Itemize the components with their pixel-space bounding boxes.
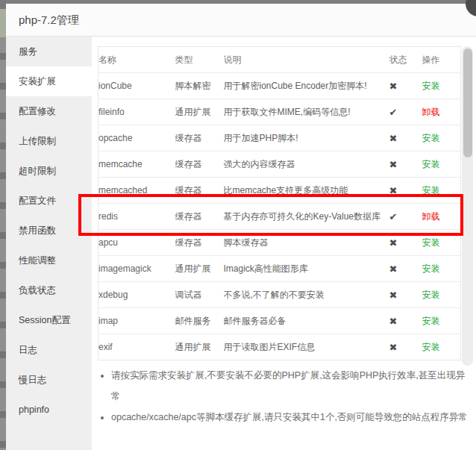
column-header-type: 类型 <box>175 47 224 73</box>
ext-name: exif <box>98 334 175 360</box>
backdrop-fragment-green <box>0 9 6 37</box>
ext-type: 邮件服务 <box>175 308 224 334</box>
install-link[interactable]: 安装 <box>422 159 440 169</box>
table-row: apcu 缓存器 脚本缓存器 ✖ 安装 <box>98 230 461 256</box>
table-row: memcache 缓存器 强大的内容缓存器 ✖ 安装 <box>98 151 461 178</box>
php-manage-dialog: php-7.2管理 服务 安装扩展 配置修改 上传限制 超时限制 配置文件 禁用… <box>6 4 476 450</box>
ext-name: xdebug <box>98 282 175 308</box>
ext-description: 强大的内容缓存器 <box>224 151 389 178</box>
table-row: xdebug 调试器 不多说,不了解的不要安装 ✖ 安装 <box>98 282 461 308</box>
ext-name: opcache <box>98 125 175 151</box>
notes-section: 请按实际需求安装扩展,不要安装不必要的PHP扩展,这会影响PHP执行效率,甚至出… <box>98 365 472 428</box>
ext-description: 比memcache支持更多高级功能 <box>224 178 389 204</box>
sidebar-item-performance-tuning[interactable]: 性能调整 <box>6 246 92 275</box>
status-installed-icon: ✔ <box>389 204 422 230</box>
ext-name: ionCube <box>98 73 175 99</box>
ext-type: 缓存器 <box>175 125 224 151</box>
status-not-installed-icon: ✖ <box>389 125 422 151</box>
status-not-installed-icon: ✖ <box>389 178 422 204</box>
table-row: imagemagick 通用扩展 Imagick高性能图形库 ✖ 安装 <box>98 256 461 282</box>
table-row: opcache 缓存器 用于加速PHP脚本! ✖ 安装 <box>98 125 461 151</box>
ext-description: 基于内存亦可持久化的Key-Value数据库 <box>224 204 389 230</box>
sidebar-item-session-config[interactable]: Session配置 <box>6 305 92 335</box>
ext-name: apcu <box>98 230 175 256</box>
ext-type: 缓存器 <box>175 151 224 178</box>
status-not-installed-icon: ✖ <box>389 308 422 334</box>
column-header-action: 操作 <box>422 47 461 73</box>
uninstall-link[interactable]: 卸载 <box>422 107 440 117</box>
sidebar-item-config-modify[interactable]: 配置修改 <box>6 96 92 126</box>
ext-description: 用于解密ionCube Encoder加密脚本! <box>224 73 389 99</box>
table-row: fileinfo 通用扩展 用于获取文件MIME,编码等信息! ✔ 卸载 <box>98 99 461 125</box>
install-link[interactable]: 安装 <box>422 342 440 352</box>
ext-type: 缓存器 <box>175 204 224 230</box>
sidebar-item-services[interactable]: 服务 <box>6 37 92 66</box>
table-row: ionCube 脚本解密 用于解密ionCube Encoder加密脚本! ✖ … <box>98 73 461 99</box>
install-link[interactable]: 安装 <box>422 263 440 274</box>
note-item: opcache/xcache/apc等脚本缓存扩展,请只安装其中1个,否则可能导… <box>111 407 472 428</box>
scrollbar-track[interactable] <box>462 46 473 366</box>
ext-name: memcached <box>98 178 175 204</box>
ext-name: redis <box>98 204 175 230</box>
table-row: exif 通用扩展 用于读取图片EXIF信息 ✖ 安装 <box>98 334 461 360</box>
table-header-row: 名称 类型 说明 状态 操作 <box>98 47 461 73</box>
ext-description: 用于加速PHP脚本! <box>224 125 389 151</box>
dimmed-backdrop <box>0 0 6 450</box>
dialog-title: php-7.2管理 <box>6 4 476 36</box>
status-not-installed-icon: ✖ <box>389 282 422 308</box>
table-row: imap 邮件服务 邮件服务器必备 ✖ 安装 <box>98 308 461 334</box>
sidebar-item-install-extensions[interactable]: 安装扩展 <box>6 66 92 96</box>
ext-type: 通用扩展 <box>175 334 224 360</box>
scrollbar-thumb[interactable] <box>463 49 472 157</box>
backdrop-fragment <box>0 0 6 9</box>
column-header-description: 说明 <box>224 47 389 73</box>
ext-type: 调试器 <box>175 282 224 308</box>
ext-type: 通用扩展 <box>175 256 224 282</box>
table-row-redis: redis 缓存器 基于内存亦可持久化的Key-Value数据库 ✔ 卸载 <box>98 204 461 230</box>
note-item: 请按实际需求安装扩展,不要安装不必要的PHP扩展,这会影响PHP执行效率,甚至出… <box>111 365 472 407</box>
sidebar-item-logs[interactable]: 日志 <box>6 335 92 365</box>
ext-description: 邮件服务器必备 <box>224 308 389 334</box>
table-row: memcached 缓存器 比memcache支持更多高级功能 ✖ 安装 <box>98 178 461 204</box>
status-not-installed-icon: ✖ <box>389 151 422 178</box>
status-not-installed-icon: ✖ <box>389 334 422 360</box>
status-not-installed-icon: ✖ <box>389 73 422 99</box>
ext-name: imap <box>98 308 175 334</box>
sidebar-item-phpinfo[interactable]: phpinfo <box>6 395 92 425</box>
install-link[interactable]: 安装 <box>422 316 440 326</box>
sidebar-item-load-status[interactable]: 负载状态 <box>6 275 92 305</box>
install-link[interactable]: 安装 <box>422 290 440 300</box>
ext-description: 脚本缓存器 <box>224 230 389 256</box>
ext-description: 不多说,不了解的不要安装 <box>224 282 389 308</box>
ext-name: memcache <box>98 151 175 178</box>
ext-description: 用于获取文件MIME,编码等信息! <box>224 99 389 125</box>
column-header-name: 名称 <box>98 47 175 73</box>
sidebar-item-timeout-limit[interactable]: 超时限制 <box>6 156 92 186</box>
dialog-titlebar: php-7.2管理 <box>6 4 476 37</box>
ext-description: Imagick高性能图形库 <box>224 256 389 282</box>
sidebar-item-disabled-functions[interactable]: 禁用函数 <box>6 216 92 246</box>
ext-name: fileinfo <box>98 99 175 125</box>
extensions-table-area: 名称 类型 说明 状态 操作 ionCube 脚本解密 用于解密ionCube … <box>98 46 461 360</box>
install-link[interactable]: 安装 <box>422 185 440 196</box>
column-header-status: 状态 <box>389 47 422 73</box>
sidebar: 服务 安装扩展 配置修改 上传限制 超时限制 配置文件 禁用函数 性能调整 负载… <box>6 37 92 450</box>
install-link[interactable]: 安装 <box>422 237 440 248</box>
sidebar-item-slow-log[interactable]: 慢日志 <box>6 365 92 395</box>
status-installed-icon: ✔ <box>389 99 422 125</box>
ext-type: 缓存器 <box>175 178 224 204</box>
ext-name: imagemagick <box>98 256 175 282</box>
ext-type: 通用扩展 <box>175 99 224 125</box>
extensions-table: 名称 类型 说明 状态 操作 ionCube 脚本解密 用于解密ionCube … <box>98 46 461 360</box>
install-link[interactable]: 安装 <box>422 81 440 91</box>
uninstall-link[interactable]: 卸载 <box>422 211 440 222</box>
sidebar-item-config-file[interactable]: 配置文件 <box>6 186 92 216</box>
ext-type: 缓存器 <box>175 230 224 256</box>
status-not-installed-icon: ✖ <box>389 256 422 282</box>
install-link[interactable]: 安装 <box>422 133 440 143</box>
ext-type: 脚本解密 <box>175 73 224 99</box>
status-not-installed-icon: ✖ <box>389 230 422 256</box>
sidebar-item-upload-limit[interactable]: 上传限制 <box>6 126 92 156</box>
ext-description: 用于读取图片EXIF信息 <box>224 334 389 360</box>
